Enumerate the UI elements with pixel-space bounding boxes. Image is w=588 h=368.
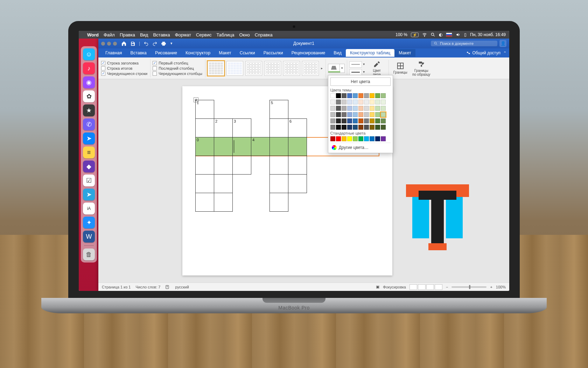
color-swatch[interactable]: [347, 106, 352, 111]
color-swatch[interactable]: [336, 93, 341, 98]
menu-window[interactable]: Окно: [239, 32, 250, 38]
color-swatch[interactable]: [375, 125, 380, 130]
word-count[interactable]: Число слов: 7: [135, 285, 160, 289]
dock-safari[interactable]: ✦: [83, 217, 95, 229]
color-swatch[interactable]: [375, 100, 380, 104]
spellcheck-icon[interactable]: [165, 285, 170, 289]
color-swatch[interactable]: [330, 100, 335, 104]
color-swatch[interactable]: [336, 106, 341, 111]
color-swatch[interactable]: [353, 100, 358, 104]
focus-mode-label[interactable]: Фокусировка: [383, 285, 406, 289]
crossword-cell[interactable]: [288, 156, 307, 175]
color-swatch[interactable]: [364, 136, 369, 141]
color-swatch[interactable]: [347, 93, 352, 98]
color-swatch[interactable]: [330, 93, 335, 98]
focus-mode-icon[interactable]: ▣: [376, 285, 379, 289]
table-style-6[interactable]: [302, 61, 319, 76]
crossword-cell[interactable]: [232, 137, 251, 156]
color-swatch[interactable]: [370, 93, 374, 98]
color-swatch[interactable]: [336, 136, 341, 141]
color-swatch[interactable]: [364, 93, 369, 98]
crossword-cell[interactable]: [195, 174, 214, 193]
crossword-cell[interactable]: 2: [214, 118, 233, 137]
dock-photos[interactable]: ✿: [83, 90, 95, 102]
account-icon[interactable]: 👤: [499, 40, 506, 47]
menu-file[interactable]: Файл: [104, 32, 115, 38]
tab-draw[interactable]: Рисование: [151, 49, 181, 57]
table-style-3[interactable]: [245, 61, 262, 76]
menu-service[interactable]: Сервис: [196, 32, 212, 38]
opt-banded-rows[interactable]: ✓Чередующиеся строки: [101, 71, 147, 76]
dock-ia-writer[interactable]: iA: [83, 203, 95, 214]
redo-icon[interactable]: [152, 41, 158, 46]
color-swatch[interactable]: [364, 106, 369, 111]
color-swatch[interactable]: [358, 100, 363, 104]
qat-dropdown-icon[interactable]: ▼: [170, 42, 173, 45]
color-swatch[interactable]: [375, 93, 380, 98]
color-swatch[interactable]: [347, 125, 352, 130]
tab-review[interactable]: Рецензирование: [287, 49, 330, 57]
crossword-cell[interactable]: [270, 156, 288, 175]
crossword-cell[interactable]: [214, 137, 233, 156]
crossword-cell[interactable]: 0: [195, 137, 214, 156]
spotlight-icon[interactable]: [430, 32, 435, 37]
zoom-out-icon[interactable]: −: [446, 285, 448, 289]
dock-telegram[interactable]: ➤: [83, 189, 95, 200]
zoom-slider[interactable]: [451, 286, 486, 288]
color-swatch[interactable]: [342, 125, 346, 130]
color-swatch[interactable]: [381, 125, 386, 130]
search-input[interactable]: Поиск в документе: [431, 41, 497, 46]
dock-music[interactable]: ♪: [83, 62, 95, 74]
crossword-cell[interactable]: [270, 137, 288, 156]
color-swatch[interactable]: [342, 118, 346, 123]
color-swatch[interactable]: [347, 112, 352, 117]
document-canvas[interactable]: ✥ 1523604: [98, 79, 509, 282]
zoom-in-icon[interactable]: +: [490, 285, 492, 289]
menubar-extra-icon[interactable]: ▯: [464, 32, 467, 37]
opt-first-col[interactable]: ✓Первый столбец: [153, 61, 202, 65]
color-swatch[interactable]: [347, 118, 352, 123]
color-swatch[interactable]: [370, 118, 374, 123]
collapse-ribbon-icon[interactable]: ⌃: [503, 51, 506, 55]
tab-table-layout[interactable]: Макет: [394, 49, 415, 57]
menu-help[interactable]: Справка: [255, 32, 273, 38]
view-outline-icon[interactable]: [426, 284, 434, 290]
view-draft-icon[interactable]: [435, 284, 442, 290]
color-swatch[interactable]: [375, 136, 380, 141]
home-icon[interactable]: [121, 41, 127, 46]
crossword-cell[interactable]: [195, 118, 214, 137]
color-swatch[interactable]: [381, 118, 386, 123]
close-window-button[interactable]: [101, 42, 105, 46]
opt-total-row[interactable]: Строка итогов: [101, 66, 147, 70]
shading-button[interactable]: [328, 64, 340, 73]
crossword-cell[interactable]: [270, 118, 288, 137]
color-swatch[interactable]: [370, 106, 374, 111]
share-button[interactable]: Общий доступ: [466, 50, 500, 55]
color-swatch[interactable]: [342, 112, 346, 117]
crossword-cell[interactable]: [270, 174, 288, 193]
color-swatch[interactable]: [381, 93, 386, 98]
dock-trash[interactable]: 🗑: [83, 248, 95, 260]
table-styles-more-icon[interactable]: ▸: [321, 66, 323, 70]
border-style-picker[interactable]: [349, 61, 362, 68]
crossword-cell[interactable]: [270, 193, 288, 212]
crossword-cell[interactable]: [214, 156, 233, 175]
color-swatch[interactable]: [375, 118, 380, 123]
color-swatch[interactable]: [358, 93, 363, 98]
crossword-cell[interactable]: [195, 156, 214, 175]
menu-format[interactable]: Формат: [175, 32, 191, 38]
color-swatch[interactable]: [336, 125, 341, 130]
dock-word[interactable]: W: [83, 231, 95, 243]
input-source-flag-icon[interactable]: [446, 33, 452, 37]
zoom-percent[interactable]: 100%: [496, 285, 506, 289]
crossword-cell[interactable]: 3: [232, 118, 251, 137]
color-swatch[interactable]: [370, 125, 374, 130]
color-swatch[interactable]: [358, 125, 363, 130]
dock-favorites[interactable]: ★: [83, 104, 95, 116]
more-colors-option[interactable]: Другие цвета…: [330, 143, 391, 151]
dock-things[interactable]: ☑: [83, 175, 95, 186]
color-swatch[interactable]: [370, 136, 374, 141]
crossword-cell[interactable]: [232, 156, 251, 175]
save-icon[interactable]: [130, 41, 135, 46]
tab-references[interactable]: Ссылки: [236, 49, 259, 57]
